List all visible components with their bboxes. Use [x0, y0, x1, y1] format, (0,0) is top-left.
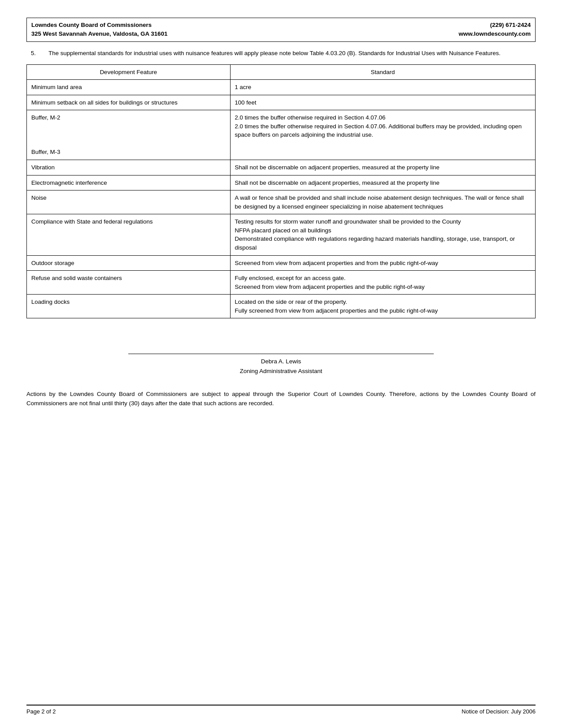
- header-org: Lowndes County Board of Commissioners: [31, 21, 167, 30]
- table-row: Electromagnetic interferenceShall not be…: [27, 175, 536, 190]
- signatory-title: Zoning Administrative Assistant: [26, 366, 536, 376]
- col2-header: Standard: [230, 64, 535, 80]
- table-row: Loading docksLocated on the side or rear…: [27, 295, 536, 318]
- header-box: Lowndes County Board of Commissioners 32…: [26, 18, 536, 42]
- feature-cell: Minimum land area: [27, 80, 231, 95]
- standard-cell: Shall not be discernable on adjacent pro…: [230, 175, 535, 190]
- table-header-row: Development Feature Standard: [27, 64, 536, 80]
- standard-cell: Screened from view from adjacent propert…: [230, 255, 535, 271]
- signature-name: Debra A. Lewis Zoning Administrative Ass…: [26, 357, 536, 376]
- table-row: VibrationShall not be discernable on adj…: [27, 160, 536, 175]
- feature-cell: Vibration: [27, 160, 231, 175]
- feature-cell: Refuse and solid waste containers: [27, 271, 231, 295]
- footer: Page 2 of 2 Notice of Decision: July 200…: [26, 705, 536, 715]
- feature-cell: Minimum setback on all sides for buildin…: [27, 95, 231, 110]
- standard-cell: A wall or fence shall be provided and sh…: [230, 190, 535, 214]
- header-phone: (229) 671-2424: [458, 21, 531, 30]
- signatory-name: Debra A. Lewis: [26, 357, 536, 366]
- feature-cell: Electromagnetic interference: [27, 175, 231, 190]
- table-row: Minimum land area1 acre: [27, 80, 536, 95]
- header-website: www.lowndescounty.com: [458, 30, 531, 38]
- standard-cell: 100 feet: [230, 95, 535, 110]
- standard-cell: Located on the side or rear of the prope…: [230, 295, 535, 318]
- header-address: 325 West Savannah Avenue, Valdosta, GA 3…: [31, 30, 167, 38]
- item-5-text: The supplemental standards for industria…: [48, 50, 536, 56]
- feature-cell: Loading docks: [27, 295, 231, 318]
- table-row: Outdoor storageScreened from view from a…: [27, 255, 536, 271]
- footer-notice: Notice of Decision: July 2006: [462, 708, 536, 715]
- standard-cell: Fully enclosed, except for an access gat…: [230, 271, 535, 295]
- col1-header: Development Feature: [27, 64, 231, 80]
- item-5: 5. The supplemental standards for indust…: [26, 50, 536, 56]
- table-row: NoiseA wall or fence shall be provided a…: [27, 190, 536, 214]
- footer-page: Page 2 of 2: [26, 708, 56, 715]
- standard-cell: 1 acre: [230, 80, 535, 95]
- standards-table: Development Feature Standard Minimum lan…: [26, 64, 536, 319]
- table-row: Buffer, M-2Buffer, M-32.0 times the buff…: [27, 110, 536, 160]
- feature-cell: Compliance with State and federal regula…: [27, 214, 231, 255]
- table-row: Minimum setback on all sides for buildin…: [27, 95, 536, 110]
- standard-cell: Shall not be discernable on adjacent pro…: [230, 160, 535, 175]
- header-right: (229) 671-2424 www.lowndescounty.com: [458, 21, 531, 39]
- signature-line: [128, 354, 434, 354]
- feature-cell: Noise: [27, 190, 231, 214]
- standard-cell: 2.0 times the buffer otherwise required …: [230, 110, 535, 160]
- header-left: Lowndes County Board of Commissioners 32…: [31, 21, 167, 39]
- actions-text: Actions by the Lowndes County Board of C…: [26, 389, 536, 408]
- standard-cell: Testing results for storm water runoff a…: [230, 214, 535, 255]
- table-row: Refuse and solid waste containersFully e…: [27, 271, 536, 295]
- feature-cell: Outdoor storage: [27, 255, 231, 271]
- signature-section: Debra A. Lewis Zoning Administrative Ass…: [26, 354, 536, 376]
- table-row: Compliance with State and federal regula…: [27, 214, 536, 255]
- item-5-number: 5.: [31, 50, 48, 56]
- feature-cell: Buffer, M-2Buffer, M-3: [27, 110, 231, 160]
